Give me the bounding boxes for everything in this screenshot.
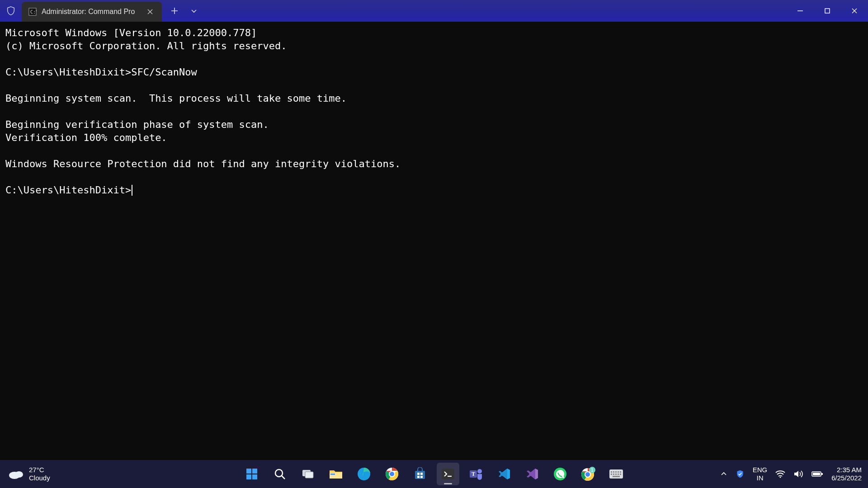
taskbar-app-start[interactable] (241, 463, 263, 485)
whatsapp-icon (553, 467, 567, 481)
terminal-prompt: C:\Users\HiteshDixit> (5, 184, 131, 196)
taskbar-app-keyboard[interactable] (605, 463, 627, 485)
taskbar-app-search[interactable] (269, 463, 291, 485)
time: 2:35 AM (831, 466, 862, 474)
keyboard-icon (609, 469, 624, 479)
start-icon (245, 467, 259, 481)
admin-shield-icon (5, 5, 16, 16)
svg-rect-43 (620, 474, 621, 475)
svg-rect-21 (420, 473, 423, 475)
visual-studio-icon (525, 467, 539, 481)
svg-rect-13 (330, 474, 335, 475)
window-titlebar: C:\ Administrator: Command Pro (0, 0, 868, 22)
svg-rect-12 (330, 473, 342, 479)
svg-rect-44 (613, 476, 620, 477)
svg-text:C:\: C:\ (30, 9, 37, 14)
weather-widget[interactable]: 27°C Cloudy (8, 466, 50, 482)
taskbar-app-microsoft-store[interactable] (409, 463, 431, 485)
svg-point-45 (780, 477, 781, 478)
svg-rect-41 (615, 474, 617, 475)
minimize-button[interactable] (787, 0, 814, 22)
tab-dropdown-button[interactable] (184, 5, 203, 17)
taskbar-app-terminal[interactable] (437, 463, 459, 485)
search-icon (273, 467, 287, 481)
svg-rect-20 (417, 473, 420, 475)
taskbar: 27°C Cloudy T1 ENG IN 2:35 AM 6/25/2022 (0, 460, 868, 488)
language-indicator[interactable]: ENG IN (753, 466, 768, 482)
lang-bottom: IN (753, 474, 768, 482)
weather-desc: Cloudy (29, 474, 50, 482)
lang-top: ENG (753, 466, 768, 474)
taskbar-app-teams[interactable]: T (465, 463, 487, 485)
security-icon[interactable] (736, 469, 745, 479)
chrome-icon (385, 467, 399, 481)
taskbar-app-chrome-profile[interactable]: 1 (577, 463, 599, 485)
new-tab-button[interactable] (165, 5, 184, 17)
terminal-output[interactable]: Microsoft Windows [Version 10.0.22000.77… (0, 22, 868, 460)
cursor (132, 185, 132, 196)
date: 6/25/2022 (831, 474, 862, 482)
titlebar-left: C:\ Administrator: Command Pro (0, 0, 203, 22)
svg-rect-40 (613, 474, 614, 475)
cmd-icon: C:\ (28, 7, 37, 16)
svg-rect-48 (813, 473, 820, 475)
svg-rect-8 (252, 474, 257, 479)
vscode-icon (497, 467, 511, 481)
taskbar-apps: T1 (241, 463, 627, 485)
maximize-button[interactable] (814, 0, 841, 22)
clock[interactable]: 2:35 AM 6/25/2022 (831, 466, 862, 482)
taskbar-app-file-explorer[interactable] (325, 463, 347, 485)
svg-rect-37 (618, 471, 619, 473)
svg-text:1: 1 (591, 468, 594, 473)
tab-title: Administrator: Command Pro (42, 8, 140, 16)
window-controls (787, 0, 868, 22)
svg-rect-35 (613, 471, 614, 473)
terminal-lines: Microsoft Windows [Version 10.0.22000.77… (5, 27, 401, 169)
tray-overflow-icon[interactable] (720, 470, 727, 478)
microsoft-store-icon (413, 467, 427, 481)
svg-point-4 (15, 471, 23, 478)
svg-point-27 (477, 469, 482, 474)
svg-rect-6 (252, 469, 257, 474)
svg-text:T: T (472, 471, 475, 477)
taskbar-app-task-view[interactable] (297, 463, 319, 485)
taskbar-app-edge[interactable] (353, 463, 375, 485)
task-view-icon (301, 467, 315, 481)
svg-rect-38 (620, 471, 621, 473)
svg-rect-11 (305, 472, 313, 478)
svg-rect-42 (618, 474, 619, 475)
chrome-profile-icon: 1 (580, 466, 596, 482)
terminal-tab[interactable]: C:\ Administrator: Command Pro (22, 2, 162, 22)
svg-rect-47 (821, 473, 823, 475)
close-button[interactable] (841, 0, 868, 22)
svg-point-9 (275, 469, 283, 477)
system-tray: ENG IN 2:35 AM 6/25/2022 (720, 466, 862, 482)
wifi-icon[interactable] (775, 470, 785, 478)
svg-rect-23 (420, 476, 423, 478)
taskbar-app-chrome[interactable] (381, 463, 403, 485)
svg-point-30 (585, 472, 590, 477)
terminal-icon (441, 468, 455, 480)
svg-rect-19 (415, 471, 425, 479)
teams-icon: T (469, 467, 483, 481)
file-explorer-icon (329, 468, 343, 480)
volume-icon[interactable] (793, 469, 803, 479)
svg-rect-2 (825, 9, 830, 13)
svg-rect-39 (611, 474, 612, 475)
svg-rect-36 (615, 471, 617, 473)
svg-rect-5 (246, 469, 251, 474)
svg-rect-34 (611, 471, 612, 473)
tab-close-button[interactable] (145, 7, 156, 16)
taskbar-app-vscode[interactable] (493, 463, 515, 485)
cloud-icon (8, 468, 24, 480)
weather-temp: 27°C (29, 466, 50, 474)
edge-icon (357, 467, 371, 481)
taskbar-app-visual-studio[interactable] (521, 463, 543, 485)
battery-icon[interactable] (811, 470, 823, 478)
svg-rect-24 (442, 469, 454, 479)
svg-rect-7 (246, 474, 251, 479)
taskbar-app-whatsapp[interactable] (549, 463, 571, 485)
weather-text: 27°C Cloudy (29, 466, 50, 482)
svg-rect-22 (417, 476, 420, 478)
